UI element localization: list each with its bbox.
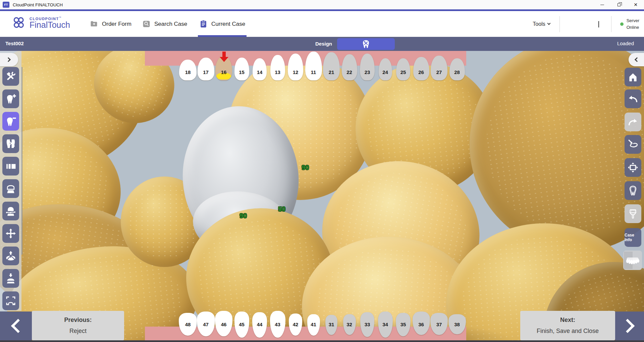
tooth-number: 25 <box>396 69 410 75</box>
press-down-icon <box>5 273 16 284</box>
tooth-24[interactable]: 24 <box>379 58 392 80</box>
stage-label: Design <box>305 41 332 47</box>
tab-current-case[interactable]: Current Case <box>199 11 245 37</box>
next-step-button[interactable]: Next: Finish, Save and Close <box>520 311 615 340</box>
tooth-number: 27 <box>431 69 447 75</box>
tooth-outline-icon <box>627 185 639 196</box>
tooth-number: 15 <box>234 69 249 75</box>
left-tool-columns[interactable] <box>2 157 19 176</box>
tooth-number: 23 <box>360 69 375 75</box>
3d-viewport[interactable]: 1817161514131211212223242526272848474645… <box>0 51 644 340</box>
insertion-direction-icon <box>627 139 639 150</box>
right-tool-fit-view[interactable] <box>625 158 641 177</box>
next-step-chevron-button[interactable] <box>615 312 644 340</box>
separator <box>559 16 560 32</box>
left-tool-marquee[interactable] <box>2 291 19 310</box>
left-tool-move[interactable] <box>2 224 19 243</box>
tooth-minus-icon <box>5 116 16 127</box>
tooth-number: 38 <box>448 322 466 327</box>
move-arrows-icon <box>5 228 16 239</box>
lift-arrow-icon <box>5 250 16 262</box>
right-tool-redo[interactable] <box>625 113 641 131</box>
left-tool-add-tooth[interactable] <box>2 89 19 108</box>
chevron-down-icon <box>598 21 599 27</box>
right-tool-paint[interactable] <box>625 204 641 223</box>
left-tool-raise[interactable] <box>2 247 19 265</box>
tab-order-form[interactable]: Order Form <box>90 11 131 37</box>
left-tool-crown-base[interactable] <box>2 179 19 198</box>
main-nav: CLOUDPOINT™ FinalTouch Order Form Search… <box>0 11 644 37</box>
tooth-14[interactable]: 14 <box>253 58 267 80</box>
left-toolbar-scrollbar[interactable] <box>21 67 22 255</box>
close-icon: ✕ <box>634 2 638 7</box>
previous-step-chevron-button[interactable] <box>0 312 32 340</box>
contact-distance-label: 50 <box>278 205 285 213</box>
tooth-number: 16 <box>215 69 232 75</box>
tooth-13[interactable]: 13 <box>270 55 285 80</box>
tooth-21[interactable]: 21 <box>323 52 340 80</box>
server-status: Server Online <box>620 17 639 30</box>
tooth-number: 33 <box>360 322 374 327</box>
tooth-11[interactable]: 11 <box>305 52 322 80</box>
restore-icon <box>618 3 621 6</box>
load-status: Loaded <box>617 41 634 46</box>
case-id: Test002 <box>5 41 24 46</box>
right-tool-case-info[interactable]: Case Info <box>625 228 641 247</box>
left-tool-tools[interactable] <box>2 67 19 86</box>
crown-base-icon <box>5 183 16 194</box>
crown-margin-icon <box>5 205 16 217</box>
separator <box>611 16 611 32</box>
tooth-number: 17 <box>198 69 214 75</box>
tooth-number: 32 <box>343 322 356 327</box>
chevron-left-icon <box>635 57 639 62</box>
tooth-number: 45 <box>234 322 249 327</box>
tooth-number: 48 <box>179 322 197 327</box>
right-tool-home[interactable] <box>625 68 641 86</box>
tooth-25[interactable]: 25 <box>396 58 410 80</box>
left-tool-remove-tooth[interactable] <box>2 112 19 131</box>
tooth-23[interactable]: 23 <box>360 54 375 80</box>
collapse-right-toolbar-button[interactable] <box>629 53 644 66</box>
right-tool-undo[interactable] <box>625 89 641 108</box>
design-stage-button[interactable] <box>337 38 395 50</box>
tooth-number: 42 <box>289 322 302 327</box>
previous-action: Reject <box>69 328 87 335</box>
close-button[interactable]: ✕ <box>627 0 644 9</box>
tooth-18[interactable]: 18 <box>179 60 197 80</box>
left-tool-margin-line[interactable] <box>2 202 19 220</box>
tooth-15[interactable]: 15 <box>234 58 249 80</box>
redo-icon <box>627 116 639 128</box>
tooth-28[interactable]: 28 <box>449 58 465 80</box>
tab-search-case[interactable]: Search Case <box>142 11 187 37</box>
minimize-icon <box>600 5 604 5</box>
title-bar: FT CloudPoint FINALTOUCH ✕ <box>0 0 644 9</box>
maximize-restore-button[interactable] <box>610 0 627 9</box>
marquee-rotate-icon <box>5 295 16 306</box>
tooth-plus-icon <box>5 93 16 105</box>
left-tool-seat[interactable] <box>2 269 19 288</box>
tooth-number: 43 <box>270 322 285 327</box>
tooth-number: 11 <box>305 69 322 75</box>
tooth-22[interactable]: 22 <box>342 54 357 80</box>
chevron-down-icon <box>547 22 550 25</box>
secondary-dropdown[interactable] <box>598 21 599 27</box>
tooth-27[interactable]: 27 <box>431 56 447 80</box>
tooth-number: 12 <box>288 69 303 75</box>
tooth-26[interactable]: 26 <box>413 57 429 80</box>
arrow-stem <box>222 52 226 57</box>
tooth-12[interactable]: 12 <box>288 54 303 80</box>
right-tool-tooth-outline[interactable] <box>625 181 641 200</box>
expand-left-toolbar-button[interactable] <box>0 53 18 66</box>
tooth-number: 34 <box>378 322 393 327</box>
minimize-button[interactable] <box>594 0 610 9</box>
tooth-number: 21 <box>323 69 340 75</box>
right-tool-insertion-direction[interactable] <box>625 135 641 154</box>
tools-menu-button[interactable]: Tools <box>533 21 550 27</box>
left-tool-cut-tooth[interactable] <box>2 134 19 153</box>
tooth-17[interactable]: 17 <box>198 58 214 80</box>
previous-step-button[interactable]: Previous: Reject <box>32 311 124 340</box>
app-icon: FT <box>3 2 9 8</box>
right-tool-smile-view[interactable] <box>623 251 642 270</box>
tooth-number: 22 <box>342 69 357 75</box>
app-window: FT CloudPoint FINALTOUCH ✕ CLOUDPOINT™ F… <box>0 0 644 342</box>
